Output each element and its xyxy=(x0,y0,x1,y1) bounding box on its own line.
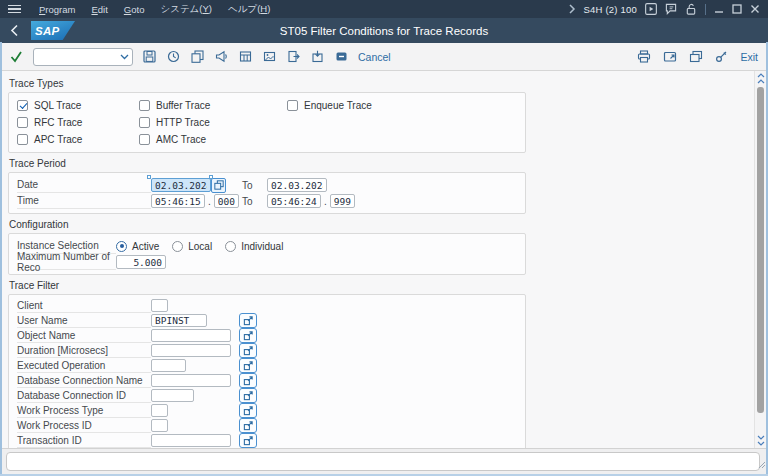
table-icon[interactable] xyxy=(239,50,252,63)
command-input[interactable] xyxy=(34,49,120,65)
menu-item[interactable]: Goto xyxy=(116,4,153,15)
filter-input[interactable] xyxy=(151,374,231,387)
time-to-ms-input[interactable] xyxy=(330,194,355,208)
exit-button[interactable]: Exit xyxy=(740,51,758,63)
radio-button[interactable] xyxy=(225,241,236,252)
date-label: Date xyxy=(17,177,151,193)
max-records-input[interactable] xyxy=(116,255,166,269)
multiple-selection-icon[interactable] xyxy=(239,388,257,403)
filter-input[interactable] xyxy=(151,404,168,417)
clock-icon[interactable] xyxy=(167,50,180,63)
to-label: To xyxy=(242,180,258,191)
checkbox[interactable] xyxy=(139,100,150,111)
chevron-down-icon[interactable] xyxy=(120,54,129,60)
printer-icon[interactable] xyxy=(637,50,651,63)
window-forward-icon[interactable] xyxy=(663,50,677,63)
multiple-selection-icon[interactable] xyxy=(239,313,257,328)
filter-label: Client xyxy=(17,298,151,313)
radio-button[interactable] xyxy=(172,241,183,252)
filter-input[interactable] xyxy=(151,314,207,327)
multiple-selection-icon[interactable] xyxy=(239,343,257,358)
maximize-icon[interactable] xyxy=(732,4,742,14)
filter-input[interactable] xyxy=(151,329,231,342)
image-icon[interactable] xyxy=(263,50,276,63)
menubar-right: S4H (2) 100 xyxy=(568,3,760,15)
date-from-input[interactable] xyxy=(151,178,211,192)
trace-type-checkbox[interactable]: HTTP Trace xyxy=(139,114,287,131)
play-box-icon[interactable] xyxy=(645,3,657,15)
menu-item[interactable]: システム(Y) xyxy=(152,3,220,16)
instance-radio-option[interactable]: Active xyxy=(116,241,159,252)
unlock-icon[interactable] xyxy=(685,3,697,15)
multiple-selection-icon[interactable] xyxy=(239,418,257,433)
chat-icon[interactable] xyxy=(665,3,677,15)
scrollbar-thumb[interactable] xyxy=(757,87,764,413)
time-from-input[interactable] xyxy=(151,194,205,208)
chevron-right-icon[interactable] xyxy=(568,4,576,14)
vertical-scrollbar[interactable] xyxy=(754,71,766,448)
filter-input[interactable] xyxy=(151,434,231,447)
checkbox[interactable] xyxy=(17,100,28,111)
multiple-selection-icon[interactable] xyxy=(239,373,257,388)
checkbox[interactable] xyxy=(287,100,298,111)
status-message-field[interactable] xyxy=(6,452,760,471)
menu-item[interactable]: ヘルプ(H) xyxy=(220,3,278,16)
multiple-selection-icon[interactable] xyxy=(239,328,257,343)
trace-type-checkbox[interactable]: SQL Trace xyxy=(17,97,139,114)
scroll-down-icons[interactable] xyxy=(757,433,765,448)
section-trace-types: Trace Types SQL Trace RFC Trace xyxy=(8,78,526,153)
filter-label: Executed Operation xyxy=(17,358,151,373)
close-icon[interactable] xyxy=(750,4,760,14)
multiple-selection-icon[interactable] xyxy=(239,433,257,448)
filter-input[interactable] xyxy=(151,359,186,372)
checkbox[interactable] xyxy=(139,134,150,145)
command-field[interactable] xyxy=(33,48,133,66)
filter-input[interactable] xyxy=(151,344,231,357)
filter-input[interactable] xyxy=(151,299,168,312)
filter-label: Duration [Microsecs] xyxy=(17,343,151,358)
save-icon[interactable] xyxy=(143,50,156,63)
megaphone-icon[interactable] xyxy=(215,50,228,63)
shortcut-icon[interactable] xyxy=(715,50,728,63)
trace-type-checkbox[interactable]: APC Trace xyxy=(17,131,139,148)
menu-item[interactable]: Edit xyxy=(83,4,115,15)
minimize-icon[interactable] xyxy=(714,4,724,14)
enter-check-icon[interactable] xyxy=(10,51,23,63)
section-title: Trace Filter xyxy=(9,280,526,291)
trace-type-checkbox[interactable]: AMC Trace xyxy=(139,131,287,148)
multiple-selection-icon[interactable] xyxy=(239,358,257,373)
multiple-selection-icon[interactable] xyxy=(239,403,257,418)
date-to-input[interactable] xyxy=(267,178,327,192)
windows-icon[interactable] xyxy=(689,50,703,63)
calendar-icon[interactable] xyxy=(211,178,226,193)
checkbox[interactable] xyxy=(17,134,28,145)
trace-type-checkbox[interactable]: Enqueue Trace xyxy=(287,97,517,114)
filter-label: Object Name xyxy=(17,328,151,343)
resize-grip-icon[interactable] xyxy=(757,455,766,473)
radio-button[interactable] xyxy=(116,241,127,252)
page-arrow-icon[interactable] xyxy=(287,50,300,63)
checkbox[interactable] xyxy=(139,117,150,128)
system-status: S4H (2) 100 xyxy=(584,4,637,15)
menu-item[interactable]: Program xyxy=(31,4,83,15)
copy-icon[interactable] xyxy=(191,50,204,63)
instance-radio-option[interactable]: Local xyxy=(172,241,212,252)
box-arrow-icon[interactable] xyxy=(311,50,324,63)
cancel-button[interactable]: Cancel xyxy=(358,51,391,63)
trace-type-checkbox[interactable]: Buffer Trace xyxy=(139,97,287,114)
sap-logo: SAP xyxy=(31,21,75,40)
time-to-input[interactable] xyxy=(267,194,321,208)
minus-square-icon[interactable] xyxy=(335,50,348,63)
scroll-up-icons[interactable] xyxy=(757,71,765,86)
to-label: To xyxy=(242,196,258,207)
trace-filter-row: Client xyxy=(17,298,517,313)
sap-gui-window: Program Edit Goto システム(Y) ヘルプ(H) S4H (2)… xyxy=(0,0,768,476)
hamburger-menu-icon[interactable] xyxy=(8,3,21,16)
filter-input[interactable] xyxy=(151,419,168,432)
checkbox[interactable] xyxy=(17,117,28,128)
time-from-ms-input[interactable] xyxy=(214,194,239,208)
filter-input[interactable] xyxy=(151,389,194,402)
back-chevron-icon[interactable] xyxy=(10,24,19,37)
instance-radio-option[interactable]: Individual xyxy=(225,241,283,252)
trace-type-checkbox[interactable]: RFC Trace xyxy=(17,114,139,131)
